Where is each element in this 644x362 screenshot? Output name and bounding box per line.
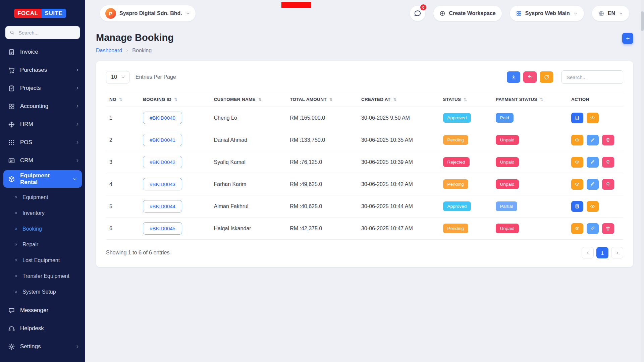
table-search-input[interactable] (561, 70, 623, 84)
column-header-label: CREATED AT (361, 97, 391, 102)
column-header-customer-name[interactable]: CUSTOMER NAME⇅ (210, 92, 286, 107)
sidebar-search-input[interactable] (18, 29, 76, 36)
top-red-indicator (281, 2, 311, 8)
delete-button[interactable] (602, 179, 614, 190)
chat-button[interactable]: 0 (410, 6, 425, 21)
sidebar-subitem-label: System Setup (22, 289, 56, 295)
column-header-no[interactable]: NO⇅ (106, 92, 140, 107)
action-buttons (571, 113, 620, 123)
chat-badge: 0 (420, 4, 426, 10)
delete-button[interactable] (602, 157, 614, 168)
cell-customer-name: Syafiq Kamal (214, 159, 245, 165)
booking-table: NO⇅BOOKING ID⇅CUSTOMER NAME⇅TOTAL AMOUNT… (106, 92, 623, 240)
column-header-label: TOTAL AMOUNT (290, 97, 327, 102)
payment-status-badge: Paid (496, 113, 514, 123)
action-buttons (571, 223, 620, 234)
scrollbar-track[interactable] (641, 0, 644, 362)
view-button[interactable] (571, 223, 583, 234)
view-button[interactable] (571, 157, 583, 168)
create-workspace-button[interactable]: Create Workspace (433, 6, 501, 21)
sidebar-item-helpdesk[interactable]: Helpdesk (0, 319, 85, 338)
sidebar-item-hrm[interactable]: HRM (0, 115, 85, 133)
sidebar-item-crm[interactable]: CRM (0, 152, 85, 170)
column-header-action: ACTION (568, 92, 623, 107)
company-name: Syspro Digital Sdn. Bhd. (119, 10, 182, 16)
booking-id-chip[interactable]: #BKID0043 (143, 178, 182, 190)
crm-icon (8, 157, 15, 164)
column-header-status[interactable]: STATUS⇅ (440, 92, 492, 107)
topbar-right: 0 Create Workspace Syspro Web Main EN (410, 6, 629, 21)
company-selector[interactable]: P Syspro Digital Sdn. Bhd. (100, 5, 196, 21)
invoice-button[interactable] (571, 201, 583, 212)
view-button[interactable] (571, 135, 583, 145)
undo-button[interactable] (523, 71, 537, 83)
download-icon (511, 74, 517, 80)
pencil-icon (590, 160, 595, 165)
table-footer: Showing 1 to 6 of 6 entries 1 (106, 247, 623, 258)
column-header-booking-id[interactable]: BOOKING ID⇅ (140, 92, 210, 107)
edit-button[interactable] (587, 223, 599, 234)
scrollbar-thumb[interactable] (641, 11, 644, 31)
booking-id-chip[interactable]: #BKID0042 (143, 156, 182, 168)
delete-button[interactable] (602, 223, 614, 234)
workspace-selector[interactable]: Syspro Web Main (510, 6, 584, 21)
sidebar-item-messenger[interactable]: Messenger (0, 301, 85, 319)
sidebar-subitem-inventory[interactable]: Inventory (0, 205, 85, 221)
logo-focal: FOCAL (14, 9, 42, 18)
column-header-total-amount[interactable]: TOTAL AMOUNT⇅ (286, 92, 358, 107)
pencil-icon (590, 137, 595, 142)
entries-per-page-select[interactable]: 10 (106, 71, 129, 83)
edit-button[interactable] (587, 157, 599, 168)
add-booking-button[interactable] (622, 33, 633, 44)
sidebar-submenu: EquipmentInventoryBookingRepairLost Equi… (0, 188, 85, 301)
sidebar-item-settings[interactable]: Settings (0, 338, 85, 356)
sidebar-item-equipment-rental[interactable]: Equipment Rental (3, 170, 82, 188)
export-button[interactable] (507, 71, 520, 83)
sidebar-subitem-label: Lost Equipment (22, 257, 60, 263)
sidebar-item-projects[interactable]: Projects (0, 79, 85, 97)
sort-icon: ⇅ (329, 97, 333, 102)
sidebar-item-label: HRM (20, 121, 33, 128)
invoice-button[interactable] (571, 113, 583, 123)
sidebar-subitem-transfer-equipment[interactable]: Transfer Equipment (0, 268, 85, 284)
table-toolbar: 10 Entries Per Page (106, 70, 623, 84)
app-logo[interactable]: FOCALSUITE (14, 9, 78, 18)
page-content: Manage Booking Dashboard Booking 10 (85, 24, 644, 267)
booking-id-chip[interactable]: #BKID0044 (143, 200, 182, 213)
sidebar-item-invoice[interactable]: Invoice (0, 43, 85, 61)
page-number-button[interactable]: 1 (596, 247, 608, 258)
previous-page-button[interactable] (582, 247, 594, 258)
view-button[interactable] (587, 201, 599, 212)
sidebar-subitem-lost-equipment[interactable]: Lost Equipment (0, 252, 85, 268)
cell-created-at: 30-06-2025 10:47 AM (361, 226, 413, 231)
sidebar-subitem-repair[interactable]: Repair (0, 237, 85, 252)
undo-icon (527, 74, 533, 80)
refresh-button[interactable] (540, 71, 553, 83)
view-button[interactable] (571, 179, 583, 190)
chevron-right-icon (75, 344, 80, 349)
sidebar-subitem-equipment[interactable]: Equipment (0, 189, 85, 205)
page-header: Manage Booking Dashboard Booking (96, 29, 633, 54)
column-header-created-at[interactable]: CREATED AT⇅ (358, 92, 440, 107)
next-page-button[interactable] (611, 247, 623, 258)
booking-id-chip[interactable]: #BKID0041 (143, 134, 182, 146)
sidebar-subitem-system-setup[interactable]: System Setup (0, 284, 85, 300)
edit-button[interactable] (587, 135, 599, 145)
breadcrumb-dashboard-link[interactable]: Dashboard (96, 48, 122, 54)
payment-status-badge: Unpaid (496, 224, 519, 233)
booking-id-chip[interactable]: #BKID0045 (143, 222, 182, 235)
view-button[interactable] (587, 113, 599, 123)
edit-button[interactable] (587, 179, 599, 190)
sidebar-item-purchases[interactable]: Purchases (0, 61, 85, 79)
sidebar-subitem-booking[interactable]: Booking (0, 221, 85, 237)
eye-icon (575, 137, 580, 142)
table-row: 3#BKID0042Syafiq KamalRM :76,125.030-06-… (106, 151, 623, 173)
column-header-payment-status[interactable]: PAYMENT STATUS⇅ (492, 92, 568, 107)
delete-button[interactable] (602, 135, 614, 145)
sidebar-item-accounting[interactable]: Accounting (0, 97, 85, 115)
sidebar-item-pos[interactable]: POS (0, 133, 85, 152)
cell-total-amount: RM :40,625.0 (290, 203, 322, 209)
language-selector[interactable]: EN (592, 6, 629, 21)
table-row: 2#BKID0041Danial AhmadRM :133,750.030-06… (106, 129, 623, 151)
booking-id-chip[interactable]: #BKID0040 (143, 112, 182, 124)
